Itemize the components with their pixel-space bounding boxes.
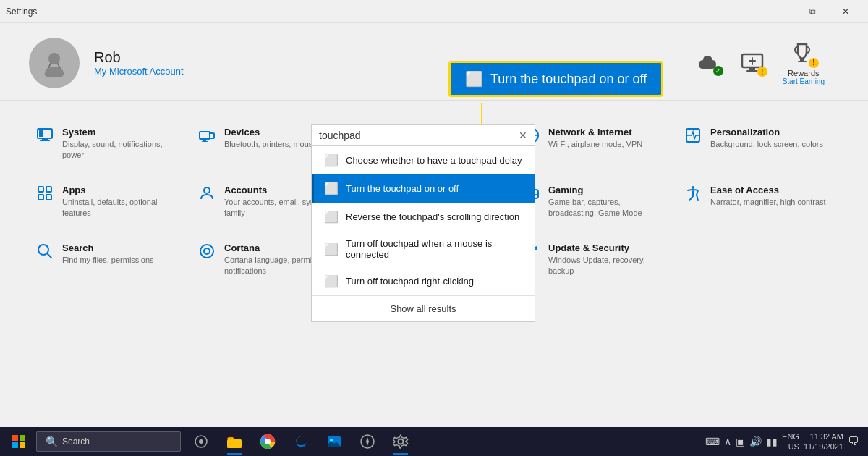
taskbar-explorer-button[interactable] bbox=[218, 427, 250, 456]
search-results-dropdown: ⬜ Choose whether to have a touchpad dela… bbox=[311, 146, 535, 322]
svg-point-39 bbox=[204, 248, 210, 254]
taskbar-notification-icon[interactable]: 🗨 bbox=[848, 435, 859, 448]
svg-point-0 bbox=[48, 53, 60, 64]
grid-subtitle-devices: Bluetooth, printers, mouse bbox=[224, 139, 317, 150]
search-result-item[interactable]: ⬜ Choose whether to have a touchpad dela… bbox=[312, 146, 535, 174]
search-result-item-5[interactable]: ⬜ Turn off touchpad right-clicking bbox=[312, 267, 535, 295]
callout-text: Turn the touchpad on or off bbox=[490, 72, 647, 87]
grid-title-update: Update & Security bbox=[548, 242, 670, 253]
svg-point-26 bbox=[204, 187, 210, 193]
taskbar-search-icon: 🔍 bbox=[46, 436, 58, 447]
windows-logo-icon bbox=[12, 435, 25, 448]
cloud-check-badge: ✓ bbox=[713, 66, 723, 76]
grid-item-network[interactable]: Network & Internet Wi-Fi, airplane mode,… bbox=[515, 115, 677, 173]
title-bar: Settings – ⧉ ✕ bbox=[0, 0, 868, 23]
settings-header: △ Rob My Microsoft Account ✓ bbox=[0, 23, 868, 101]
svg-point-48 bbox=[265, 439, 271, 444]
search-result-item-4[interactable]: ⬜ Turn off touchpad when a mouse is conn… bbox=[312, 231, 535, 267]
svg-rect-15 bbox=[202, 141, 208, 142]
grid-subtitle-personalization: Background, lock screen, colors bbox=[710, 139, 823, 150]
cloud-sync-icon-item[interactable]: ✓ bbox=[696, 50, 722, 76]
avatar: △ bbox=[29, 38, 80, 88]
grid-subtitle-search: Find my files, permissions bbox=[62, 255, 154, 266]
grid-item-update[interactable]: Update & Security Windows Update, recove… bbox=[515, 231, 677, 289]
svg-rect-5 bbox=[800, 59, 804, 61]
svg-rect-8 bbox=[42, 138, 48, 140]
svg-rect-40 bbox=[12, 435, 18, 441]
svg-rect-23 bbox=[46, 187, 51, 192]
grid-item-ease-of-access[interactable]: Ease of Access Narrator, magnifier, high… bbox=[677, 173, 839, 231]
personalization-icon bbox=[684, 127, 702, 148]
svg-rect-43 bbox=[20, 442, 25, 448]
taskbar-taskview-button[interactable] bbox=[185, 427, 217, 456]
result-touchpad-icon-4: ⬜ bbox=[324, 242, 339, 256]
grid-subtitle-gaming: Game bar, captures, broadcasting, Game M… bbox=[548, 197, 670, 219]
minimize-button[interactable]: – bbox=[762, 0, 796, 23]
photos-icon bbox=[326, 434, 342, 449]
grid-item-system[interactable]: System Display, sound, notifications, po… bbox=[29, 115, 191, 173]
close-button[interactable]: ✕ bbox=[829, 0, 862, 23]
rewards-label: Rewards Start Earning bbox=[783, 69, 825, 85]
grid-item-gaming[interactable]: Gaming Game bar, captures, broadcasting,… bbox=[515, 173, 677, 231]
taskbar-pen-button[interactable] bbox=[352, 427, 383, 456]
show-all-results-button[interactable]: Show all results bbox=[312, 296, 535, 321]
svg-line-37 bbox=[47, 253, 51, 258]
grid-title-system: System bbox=[62, 127, 184, 138]
settings-main: △ Rob My Microsoft Account ✓ bbox=[0, 23, 868, 427]
ms-account-link[interactable]: My Microsoft Account bbox=[94, 66, 184, 77]
taskbar-battery-icon[interactable]: ▮▮ bbox=[766, 436, 778, 447]
taskbar-chevron-icon[interactable]: ∧ bbox=[724, 436, 731, 447]
devices-icon bbox=[198, 127, 216, 148]
taskbar-photos-button[interactable] bbox=[318, 427, 350, 456]
start-button[interactable] bbox=[3, 427, 35, 456]
grid-title-devices: Devices bbox=[224, 127, 317, 138]
grid-item-personalization[interactable]: Personalization Background, lock screen,… bbox=[677, 115, 839, 173]
grid-title-ease: Ease of Access bbox=[710, 185, 826, 195]
rewards-alert-badge: ! bbox=[809, 58, 819, 68]
taskbar-settings-button[interactable] bbox=[385, 427, 417, 456]
taskbar-edge-button[interactable] bbox=[285, 427, 317, 456]
grid-text-search: Search Find my files, permissions bbox=[62, 242, 154, 266]
rewards-icon-wrap: ! bbox=[791, 41, 817, 67]
pc-icon-wrap: ! bbox=[739, 50, 765, 76]
taskbar-clock[interactable]: 11:32 AM 11/19/2021 bbox=[804, 431, 843, 452]
result-text-1: Choose whether to have a touchpad delay bbox=[346, 155, 524, 166]
search-result-item-3[interactable]: ⬜ Reverse the touchpad's scrolling direc… bbox=[312, 203, 535, 231]
grid-text-update: Update & Security Windows Update, recove… bbox=[548, 242, 670, 277]
search-input-wrap[interactable]: touchpad ✕ bbox=[311, 124, 535, 146]
search-clear-button[interactable]: ✕ bbox=[519, 130, 527, 141]
pen-icon bbox=[359, 434, 375, 449]
grid-subtitle-update: Windows Update, recovery, backup bbox=[548, 255, 670, 277]
svg-rect-10 bbox=[39, 130, 41, 137]
taskbar-volume-icon[interactable]: 🔊 bbox=[749, 436, 762, 447]
grid-item-search[interactable]: Search Find my files, permissions bbox=[29, 231, 191, 289]
taskbar-chrome-button[interactable] bbox=[252, 427, 284, 456]
svg-rect-12 bbox=[200, 132, 210, 139]
search-result-item-active[interactable]: ⬜ Turn the touchpad on or off bbox=[312, 174, 535, 203]
search-icon bbox=[36, 242, 54, 264]
callout-touchpad-icon: ⬜ bbox=[465, 70, 483, 88]
svg-rect-3 bbox=[749, 67, 755, 70]
taskbar-keyboard-icon[interactable]: ⌨ bbox=[705, 436, 720, 447]
pc-icon-item[interactable]: ! bbox=[739, 50, 765, 76]
taskbar-lang: ENG US bbox=[782, 431, 799, 452]
cortana-icon bbox=[198, 242, 216, 264]
taskbar-tablet-icon[interactable]: ▣ bbox=[736, 436, 745, 447]
grid-item-apps[interactable]: Apps Uninstall, defaults, optional featu… bbox=[29, 173, 191, 231]
restore-button[interactable]: ⧉ bbox=[796, 0, 829, 23]
rewards-icon-item[interactable]: ! Rewards Start Earning bbox=[783, 41, 825, 85]
result-touchpad-icon-5: ⬜ bbox=[324, 274, 339, 288]
svg-rect-42 bbox=[12, 442, 18, 448]
grid-subtitle-ease: Narrator, magnifier, high contrast bbox=[710, 197, 826, 208]
search-input[interactable]: touchpad bbox=[319, 130, 519, 141]
taskbar-time-text: 11:32 AM 11/19/2021 bbox=[804, 431, 843, 452]
svg-point-45 bbox=[199, 439, 203, 444]
svg-point-52 bbox=[399, 439, 404, 444]
svg-rect-41 bbox=[20, 435, 25, 441]
grid-text-apps: Apps Uninstall, defaults, optional featu… bbox=[62, 185, 184, 219]
taskbar-search[interactable]: 🔍 Search bbox=[36, 431, 181, 452]
grid-text-devices: Devices Bluetooth, printers, mouse bbox=[224, 127, 317, 150]
grid-title-network: Network & Internet bbox=[548, 127, 642, 138]
grid-text-ease: Ease of Access Narrator, magnifier, high… bbox=[710, 185, 826, 208]
chrome-icon bbox=[260, 434, 276, 449]
